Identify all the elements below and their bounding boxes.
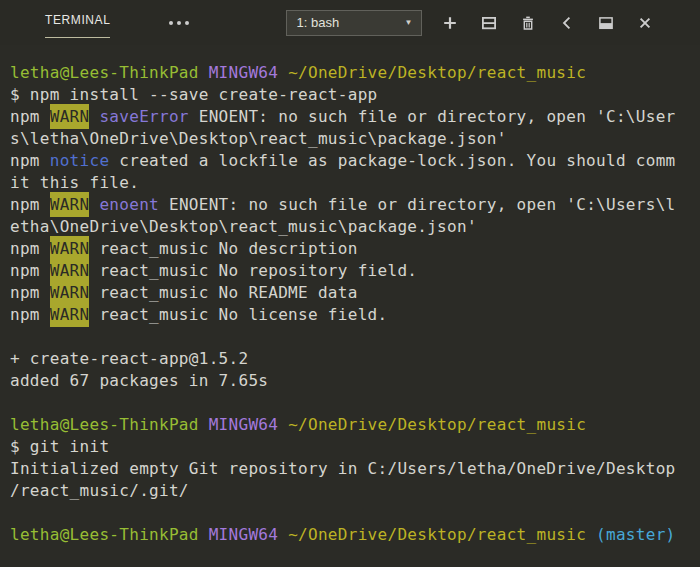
terminal-text-segment: etha\OneDrive\Desktop\react_music\packag… — [10, 217, 477, 236]
terminal-line: npm WARN react_music No description — [10, 238, 700, 260]
terminal-text-segment: $ git init — [10, 437, 109, 456]
terminal-line: /react_music/.git/ — [10, 480, 700, 502]
split-terminal-icon[interactable] — [481, 15, 497, 31]
terminal-text-segment — [199, 63, 209, 82]
terminal-text-segment: letha@Lees-ThinkPad — [10, 415, 199, 434]
terminal-text-segment: Initialized empty Git repository in C:/U… — [10, 459, 676, 478]
terminal-text-segment — [278, 415, 288, 434]
terminal-text-segment — [89, 195, 99, 214]
terminal-text-segment — [199, 415, 209, 434]
close-panel-icon[interactable] — [637, 15, 653, 31]
terminal-line: npm WARN react_music No README data — [10, 282, 700, 304]
terminal-text-segment: + create-react-app@1.5.2 — [10, 349, 248, 368]
terminal-text-segment — [278, 525, 288, 544]
new-terminal-icon[interactable] — [442, 15, 458, 31]
terminal-text-segment: npm — [10, 261, 50, 280]
terminal-text-segment: (master) — [586, 525, 675, 544]
terminal-text-segment: npm — [10, 107, 50, 126]
terminal-line: letha@Lees-ThinkPad MINGW64 ~/OneDrive/D… — [10, 62, 700, 84]
terminal-text-segment: ~/OneDrive/Desktop/react_music — [288, 525, 586, 544]
terminal-line — [10, 392, 700, 414]
terminal-line: npm WARN react_music No license field. — [10, 304, 700, 326]
terminal-text-segment: react_music No license field. — [89, 305, 387, 324]
terminal-text-segment: added 67 packages in 7.65s — [10, 371, 268, 390]
terminal-line: npm notice created a lockfile as package… — [10, 150, 700, 172]
terminal-line: added 67 packages in 7.65s — [10, 370, 700, 392]
shell-selector-dropdown[interactable]: 1: bash ▼ — [286, 10, 422, 36]
terminal-text-segment: react_music No repository field. — [89, 261, 417, 280]
terminal-text-segment: saveError — [99, 107, 188, 126]
terminal-text-segment: npm — [10, 151, 50, 170]
terminal-line: + create-react-app@1.5.2 — [10, 348, 700, 370]
terminal-text-segment: enoent — [99, 195, 159, 214]
terminal-line: letha@Lees-ThinkPad MINGW64 ~/OneDrive/D… — [10, 524, 700, 546]
terminal-line: npm WARN saveError ENOENT: no such file … — [10, 106, 700, 128]
terminal-text-segment: s\letha\OneDrive\Desktop\react_music\pac… — [10, 129, 507, 148]
terminal-line — [10, 502, 700, 524]
terminal-text-segment: npm — [10, 239, 50, 258]
dropdown-arrow-icon: ▼ — [405, 19, 413, 27]
terminal-text-segment: $ npm install --save create-react-app — [10, 85, 378, 104]
terminal-output[interactable]: letha@Lees-ThinkPad MINGW64 ~/OneDrive/D… — [0, 45, 700, 546]
terminal-text-segment: notice — [50, 151, 110, 170]
kill-terminal-icon[interactable] — [520, 15, 536, 31]
terminal-text-segment: MINGW64 — [209, 415, 279, 434]
shell-selector-value: 1: bash — [296, 15, 339, 30]
terminal-panel-header: TERMINAL 1: bash ▼ — [0, 0, 700, 45]
tab-terminal[interactable]: TERMINAL — [45, 13, 110, 38]
terminal-text-segment: MINGW64 — [209, 63, 279, 82]
terminal-text-segment: /react_music/.git/ — [10, 481, 189, 500]
terminal-text-segment: npm — [10, 195, 50, 214]
terminal-line: $ npm install --save create-react-app — [10, 84, 700, 106]
terminal-line: letha@Lees-ThinkPad MINGW64 ~/OneDrive/D… — [10, 414, 700, 436]
terminal-line — [10, 326, 700, 348]
terminal-line: etha\OneDrive\Desktop\react_music\packag… — [10, 216, 700, 238]
terminal-text-segment: react_music No description — [89, 239, 357, 258]
terminal-line: it this file. — [10, 172, 700, 194]
terminal-text-segment: ~/OneDrive/Desktop/react_music — [288, 63, 586, 82]
terminal-text-segment: react_music No README data — [89, 283, 357, 302]
more-actions-icon[interactable] — [166, 15, 192, 31]
terminal-text-segment: letha@Lees-ThinkPad — [10, 63, 199, 82]
warn-badge: WARN — [50, 302, 90, 327]
terminal-line: Initialized empty Git repository in C:/U… — [10, 458, 700, 480]
terminal-text-segment: letha@Lees-ThinkPad — [10, 525, 199, 544]
terminal-text-segment: npm — [10, 305, 50, 324]
terminal-line: $ git init — [10, 436, 700, 458]
warn-badge: WARN — [50, 192, 90, 217]
terminal-text-segment: npm — [10, 283, 50, 302]
terminal-text-segment — [89, 107, 99, 126]
terminal-text-segment: ~/OneDrive/Desktop/react_music — [288, 415, 586, 434]
maximize-panel-icon[interactable] — [598, 15, 614, 31]
terminal-line: npm WARN react_music No repository field… — [10, 260, 700, 282]
terminal-text-segment — [199, 525, 209, 544]
terminal-text-segment — [278, 63, 288, 82]
terminal-text-segment: ENOENT: no such file or directory, open … — [159, 195, 676, 214]
warn-badge: WARN — [50, 104, 90, 129]
terminal-text-segment: it this file. — [10, 173, 139, 192]
terminal-text-segment: MINGW64 — [209, 525, 279, 544]
terminal-text-segment: ENOENT: no such file or directory, open … — [189, 107, 676, 126]
terminal-text-segment: created a lockfile as package-lock.json.… — [109, 151, 675, 170]
chevron-left-icon[interactable] — [559, 15, 575, 31]
terminal-line: npm WARN enoent ENOENT: no such file or … — [10, 194, 700, 216]
terminal-actions — [442, 15, 653, 31]
terminal-line: s\letha\OneDrive\Desktop\react_music\pac… — [10, 128, 700, 150]
